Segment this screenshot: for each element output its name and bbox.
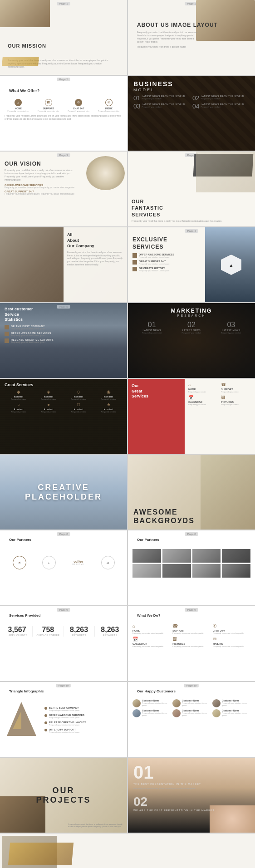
great-icon-7: □ Icon text Frequently creates xyxy=(64,402,93,413)
news-num-2: 02 xyxy=(192,95,200,101)
slide-best-customer: Page 5 Best customer Service Statistics … xyxy=(0,303,127,378)
gp-support-text: Frequently you create xyxy=(221,391,251,393)
business-title: BUSINESS xyxy=(133,80,250,88)
what-item-chat: ✆ CHAT 24/7 Frequently you create interc… xyxy=(213,623,250,634)
support-icon: ☎ xyxy=(45,99,52,106)
great-sym-2: ◈ xyxy=(34,389,63,394)
chat-icon: ✆ xyxy=(75,99,82,106)
great-pink-title: OurGreatServices xyxy=(132,383,183,399)
great-text-2: Frequently creates xyxy=(34,398,63,400)
gp-calendar-text: Frequently you create xyxy=(188,403,219,406)
about-company-panel: AllAboutOur Company Frequently your mind… xyxy=(64,227,127,302)
great-sym-6: ● xyxy=(34,402,63,407)
stat-num-1: 3,567 xyxy=(5,626,29,634)
tri-item-2: OFFER AWESOME SERVICES Frequently your m… xyxy=(44,714,123,719)
exclusive-icon-2 xyxy=(132,260,137,265)
happy-block-6: Customer Name Frequently your mindset Lo… xyxy=(222,709,250,716)
customer-item-2: OFFER AWESOME SERVICES Frequently your m… xyxy=(5,332,123,337)
vision-body: Frequently your mind that there is reall… xyxy=(5,169,73,181)
happy-avatar-3 xyxy=(212,699,221,707)
stat-item-2: 758 CUPS OF COFFEE xyxy=(35,626,60,637)
slide-partners-right: Page 8 Our Partners xyxy=(128,530,255,605)
pres-text-01: Frequently your mindset Lorem Ipsum Freq… xyxy=(133,787,250,790)
happy-item-3: Customer Name Frequently your mindset Lo… xyxy=(212,699,250,707)
slide-about-image: Page 1 ABOUT US IMAGE LAYOUT Frequently … xyxy=(128,0,255,75)
customer-icon-2 xyxy=(5,332,9,336)
tri-dot-3 xyxy=(44,721,47,724)
what-support-text: Frequently you create interchangeable xyxy=(172,632,210,634)
great-icon-8: ★ Icon text Frequently creates xyxy=(94,402,123,413)
great-icon-3: ◇ Icon text Frequently creates xyxy=(64,389,93,400)
great-text-6: Frequently creates xyxy=(34,411,63,413)
happy-item-6: Customer Name Frequently your mindset Lo… xyxy=(212,709,250,717)
page-badge-5: Page 3 xyxy=(57,153,70,157)
partner-photo-3 xyxy=(192,549,221,563)
fantastic-body: Frequently your mind that there is reall… xyxy=(132,220,251,223)
great-text-5: Frequently creates xyxy=(5,411,33,413)
partner-logo-2: ▲ xyxy=(41,554,57,570)
gp-home-icon: ⌂ xyxy=(188,383,219,387)
marketing-content: MARKETING RESEARCH 01 LATEST NEWS Freque… xyxy=(128,303,255,338)
what-grid: ⌂ HOME Frequently you create interchange… xyxy=(132,623,250,647)
triangle-svg-area xyxy=(5,700,41,742)
happy-block-5: Customer Name Frequently your mindset Lo… xyxy=(182,709,211,716)
page-badge-16: Page 8 xyxy=(185,532,198,536)
business-content: BUSINESS MODEL 01 LATEST NEWS FROM THE W… xyxy=(128,76,255,151)
great-icon-2: ◈ Icon text Frequently creates xyxy=(34,389,63,400)
pres-label-01: THE BEST PRESENTATION IN THE MARKET xyxy=(133,783,250,785)
marketing-subtitle: RESEARCH xyxy=(133,314,250,317)
happy-avatar-6 xyxy=(212,709,221,717)
stat-num-4: 8,263 xyxy=(98,626,123,634)
partner-photo-8 xyxy=(222,564,250,578)
great-icon-5: ○ Icon text Frequently creates xyxy=(5,402,33,413)
stat-item-3: 8,263 RETWEETS xyxy=(67,626,92,637)
creative-title: CREATIVEPLACEHOLDER xyxy=(25,483,102,502)
slide-mission: Page 1 OUR MISSION Frequently your mind … xyxy=(0,0,127,75)
great-text-8: Frequently creates xyxy=(94,411,123,413)
cust-text-1: Frequently your mindset Lorem Ipsum xyxy=(11,328,45,330)
mkt-desc-2: Frequently your mindset xyxy=(173,332,210,334)
gp-home-text: Frequently you create xyxy=(188,391,219,393)
slide-marketing-research: MARKETING RESEARCH 01 LATEST NEWS Freque… xyxy=(128,303,255,378)
partners-photos-grid xyxy=(132,549,250,578)
thankyou-brush xyxy=(8,843,74,865)
triangle-items-list: BE THE BEST COMPANY Frequently your mind… xyxy=(44,706,123,736)
happy-avatar-2 xyxy=(172,699,181,707)
what-support-icon: ☎ xyxy=(172,623,210,628)
slide-about-company: Page 4 AllAboutOur Company Frequently yo… xyxy=(0,227,127,302)
what-home-text: Frequently you create interchangeable xyxy=(132,632,170,634)
page-badge-15: Page 8 xyxy=(57,532,70,536)
great-sym-8: ★ xyxy=(94,402,123,407)
happy-customers-grid: Customer Name Frequently your mindset Lo… xyxy=(132,699,250,717)
exclusive-icon-3 xyxy=(132,267,137,271)
great-pink-grid: ⌂ HOME Frequently you create ☎ SUPPORT F… xyxy=(188,383,251,406)
slide-exclusive-services: Page 4 ▲ EXCLUSIVESERVICES OFFER AWESOME… xyxy=(128,227,255,302)
customer-item-3: RELEASE CREATIVE LAYOUTS Frequently your… xyxy=(5,338,123,344)
slide-services-provided: Page 9 Services Provided 3,567 HAPPY CLI… xyxy=(0,606,127,681)
news-text-4: LATEST NEWS FROM THE WORLD Frequently yo… xyxy=(201,103,244,108)
tri-text-3: Frequently your mindset Lorem Ipsum xyxy=(49,724,86,726)
tri-item-4: OFFER 24/7 SUPPORT Frequently your minds… xyxy=(44,728,123,733)
stat-label-1: HAPPY CLIENTS xyxy=(5,634,29,637)
what-item-pictures: 🖼 PICTURES Frequently you create interch… xyxy=(172,637,210,647)
about-company-body: Frequently your mind that there is reall… xyxy=(67,251,123,267)
gp-pictures-icon: 🖼 xyxy=(221,395,251,400)
partner-logo-1: ☕ xyxy=(11,554,27,570)
offer-icon-home: ⌂ HOME Frequently you create inter xyxy=(5,99,32,112)
cust-label-3: RELEASE CREATIVE LAYOUTS xyxy=(11,338,54,341)
happy-block-2: Customer Name Frequently your mindset Lo… xyxy=(182,699,211,706)
what-pictures-text: Frequently you create interchangeable xyxy=(172,645,210,647)
great-sym-4: ◉ xyxy=(94,389,123,394)
stat-divider-2 xyxy=(64,626,64,637)
offer-support-text: Frequently you create inter xyxy=(35,110,63,112)
news-text-3: LATEST NEWS FROM THE WORLD Frequently yo… xyxy=(142,103,185,108)
pres-num-01: 01 xyxy=(133,762,250,783)
customer-icon-1 xyxy=(5,325,9,329)
hexagon-icon: ▲ xyxy=(229,262,234,267)
what-mailing-icon: ✉ xyxy=(213,637,250,642)
customer-icon-3 xyxy=(5,338,9,343)
stat-divider-3 xyxy=(94,626,95,637)
mkt-item-1: 01 LATEST NEWS Frequently your mindset xyxy=(133,321,170,334)
offer-icons-row: ⌂ HOME Frequently you create inter ☎ SUP… xyxy=(5,99,123,112)
triangle-svg xyxy=(5,700,39,740)
